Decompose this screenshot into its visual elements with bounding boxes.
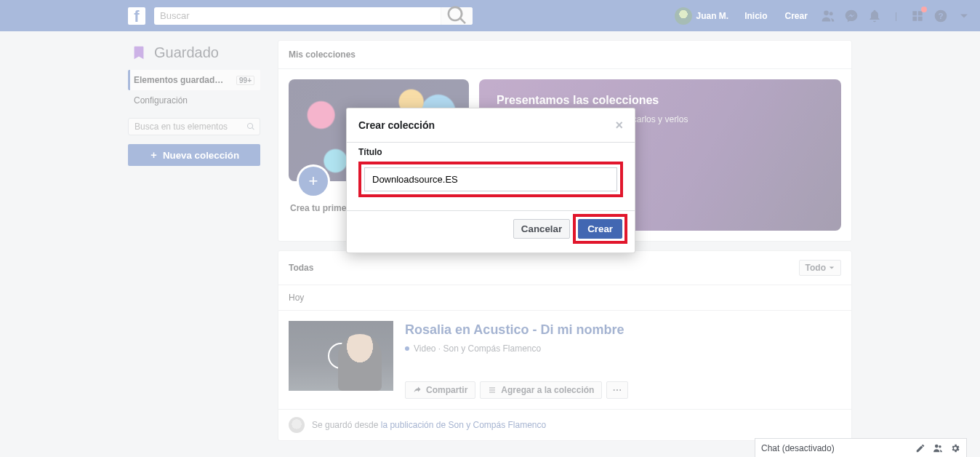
gear-icon[interactable]	[950, 443, 960, 453]
compose-icon[interactable]	[915, 443, 925, 453]
field-label-title: Título	[358, 147, 623, 157]
highlight-create-button: Crear	[573, 214, 627, 244]
collection-title-input[interactable]	[364, 167, 617, 191]
people-icon[interactable]	[933, 443, 943, 453]
close-icon[interactable]: ×	[615, 119, 623, 132]
cancel-button[interactable]: Cancelar	[513, 219, 570, 239]
create-collection-modal: Crear colección × Título Cancelar Crear	[346, 108, 635, 253]
chat-label: Chat (desactivado)	[761, 443, 835, 453]
chat-dock[interactable]: Chat (desactivado)	[755, 438, 967, 457]
highlight-title-input	[358, 162, 623, 197]
modal-title: Crear colección	[358, 119, 435, 131]
create-button[interactable]: Crear	[578, 219, 622, 239]
